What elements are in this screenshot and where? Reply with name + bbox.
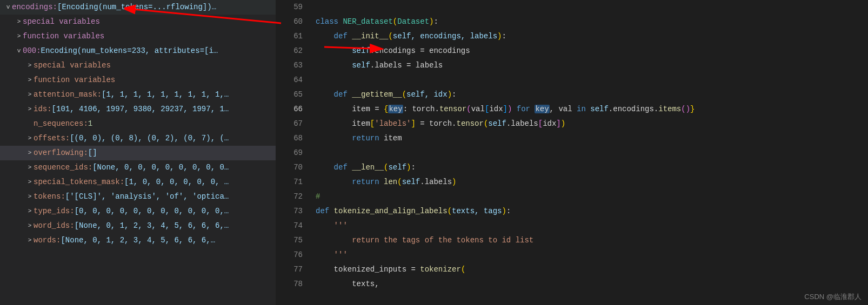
var-label: encodings: (12, 2, 57, 13)
var-row[interactable]: >offsets: [(0, 0), (0, 8), (0, 2), (0, 7… (0, 131, 276, 146)
var-value: [1, 1, 1, 1, 1, 1, 1, 1, 1,… (102, 89, 229, 100)
chevron-right-icon: > (15, 32, 23, 41)
var-row[interactable]: >type_ids: [0, 0, 0, 0, 0, 0, 0, 0, 0, 0… (0, 204, 276, 219)
str: 'labels' (375, 119, 411, 128)
var-row[interactable]: >attention_mask: [1, 1, 1, 1, 1, 1, 1, 1… (0, 87, 276, 102)
chevron-right-icon: > (26, 61, 34, 70)
var-value: [101, 4106, 1997, 9380, 29237, 1997, 1… (52, 104, 229, 115)
params: self, idx (406, 90, 448, 99)
line-number: 73 (276, 204, 303, 219)
line-number: 75 (276, 233, 303, 248)
var-row[interactable]: >function variables (0, 29, 276, 44)
line-number: 69 (276, 146, 303, 160)
var-value: [(0, 0), (0, 8), (0, 2), (0, 7), (… (70, 133, 229, 144)
line-number: 66 (276, 102, 303, 117)
chevron-right-icon: > (26, 178, 34, 187)
str: return the tags of the tokens to id list (352, 236, 533, 245)
code-area[interactable]: class NER_dataset(Dataset): def __init__… (313, 0, 868, 305)
watermark: CSDN @临淮郡人 (804, 292, 862, 302)
var-row[interactable]: >function variables (0, 73, 276, 87)
var-value: [0, 0, 0, 0, 0, 0, 0, 0, 0, 0, 0,… (75, 206, 229, 217)
kw: def (316, 207, 334, 215)
chevron-right-icon: > (26, 90, 34, 99)
var-row[interactable]: n_sequences: 1 (0, 117, 276, 131)
line-number: 60 (276, 15, 303, 29)
line-number: 62 (276, 44, 303, 58)
chevron-right-icon: > (26, 148, 34, 158)
var-label: overflowing: (34, 147, 88, 159)
line-number-gutter: 5960616263646566676869707172737475767778 (276, 0, 313, 305)
chevron-right-icon: > (26, 134, 34, 143)
txt: item (384, 134, 402, 143)
fn: __len__ (352, 163, 384, 172)
line-number: 63 (276, 58, 303, 73)
chevron-right-icon: > (26, 192, 34, 201)
line-number: 67 (276, 117, 303, 131)
var-value: [1, 0, 0, 0, 0, 0, 0, … (124, 177, 229, 188)
chevron-right-icon: > (26, 163, 34, 172)
line-number: 61 (276, 29, 303, 44)
line-number: 64 (276, 73, 303, 87)
var-label: n_sequences: (34, 118, 88, 130)
var-label: special variables (23, 16, 100, 28)
chevron-right-icon: > (26, 207, 34, 216)
kw: for (512, 105, 535, 113)
str: ''' (334, 250, 348, 259)
var-value: [] (88, 147, 97, 159)
kw: in (577, 105, 590, 113)
var-value: 1 (88, 118, 92, 130)
var-value: ['[CLS]', 'analysis', 'of', 'optica… (65, 191, 229, 202)
var-entry-000[interactable]: v 000: Encoding(num_tokens=233, attribut… (0, 44, 276, 58)
var-label: function variables (34, 74, 115, 86)
var-row[interactable]: >special variables (0, 15, 276, 29)
var-row[interactable]: >word_ids: [None, 0, 1, 2, 3, 4, 5, 6, 6… (0, 219, 276, 233)
var-row[interactable]: >words: [None, 0, 1, 2, 3, 4, 5, 6, 6, 6… (0, 233, 276, 248)
cls: Dataset (397, 17, 429, 26)
chevron-right-icon: > (15, 17, 23, 26)
var-row[interactable]: >tokens: ['[CLS]', 'analysis', 'of', 'op… (0, 189, 276, 204)
line-number: 65 (276, 87, 303, 102)
chevron-right-icon: > (26, 105, 34, 114)
var-row[interactable]: >ids: [101, 4106, 1997, 9380, 29237, 199… (0, 102, 276, 117)
var-label: function variables (23, 31, 104, 42)
line-number: 59 (276, 0, 303, 15)
kw: class (316, 17, 343, 26)
str: ''' (334, 221, 348, 230)
var-label: 000: (23, 45, 41, 57)
fn: __init__ (352, 32, 388, 40)
params: texts, tags (452, 207, 502, 215)
var-row[interactable]: >special_tokens_mask: [1, 0, 0, 0, 0, 0,… (0, 175, 276, 189)
cmt: # (316, 192, 320, 201)
line-number: 71 (276, 175, 303, 189)
var-row[interactable]: >sequence_ids: [None, 0, 0, 0, 0, 0, 0, … (0, 160, 276, 175)
kw: return (352, 134, 384, 143)
line-number: 72 (276, 189, 303, 204)
line-number: 70 (276, 160, 303, 175)
line-number: 68 (276, 131, 303, 146)
debug-variables-panel[interactable]: v encodings: [Encoding(num_tokens=...rfl… (0, 0, 276, 305)
var-label: word_ids: (34, 220, 75, 232)
var-label: offsets: (34, 133, 70, 144)
var-row[interactable]: >special variables (0, 58, 276, 73)
var-value: [None, 0, 0, 0, 0, 0, 0, 0, 0… (92, 162, 229, 173)
chevron-down-icon: v (15, 46, 23, 56)
var-value: [Encoding(num_tokens=...rflowing])… (57, 2, 216, 13)
params: self, encodings, labels (393, 32, 497, 40)
chevron-right-icon: > (26, 236, 34, 245)
params: self (388, 163, 406, 172)
var-label: attention_mask: (34, 89, 102, 100)
var-value: [None, 0, 1, 2, 3, 4, 5, 6, 6, 6,… (61, 235, 215, 246)
var-value: Encoding(num_tokens=233, attributes=[i… (41, 45, 218, 57)
var-row[interactable]: >overflowing: [] (0, 146, 276, 160)
chevron-right-icon: > (26, 221, 34, 231)
code-editor[interactable]: 5960616263646566676869707172737475767778… (276, 0, 868, 305)
var-encodings[interactable]: v encodings: [Encoding(num_tokens=...rfl… (0, 0, 276, 15)
var-label: type_ids: (34, 206, 75, 217)
hl: key (388, 105, 403, 113)
txt: texts, (352, 280, 379, 288)
line-number: 74 (276, 219, 303, 233)
var-value: [None, 0, 1, 2, 3, 4, 5, 6, 6, 6,… (75, 220, 229, 232)
cls: NER_dataset (343, 17, 392, 26)
chevron-down-icon: v (4, 3, 12, 12)
var-label: sequence_ids: (34, 162, 92, 173)
